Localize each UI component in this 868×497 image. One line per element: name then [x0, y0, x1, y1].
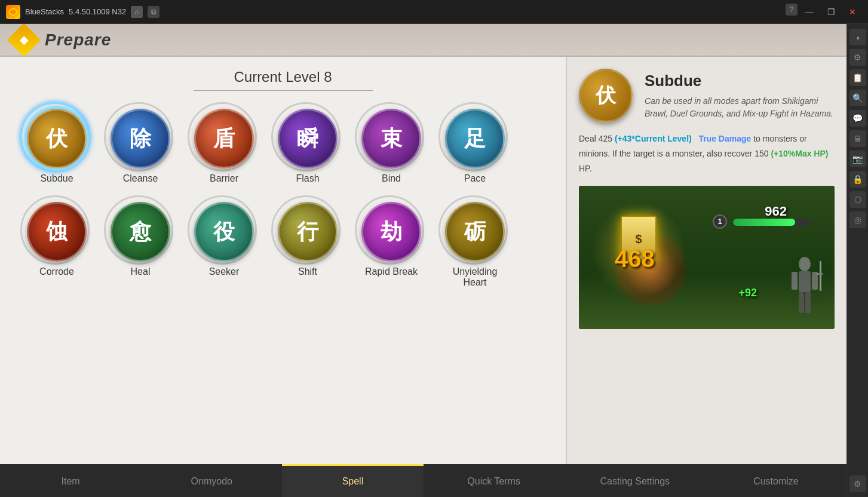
spell-cleanse-char: 除 [130, 124, 151, 154]
bluestacks-logo [6, 5, 20, 19]
svg-rect-4 [792, 272, 798, 290]
spell-flash[interactable]: 瞬 Flash [269, 109, 346, 184]
level-divider [194, 90, 373, 91]
sidebar-icon-4[interactable]: 💬 [849, 110, 866, 127]
nav-onmyodo-label: Onmyodo [191, 476, 232, 487]
minimize-button[interactable]: — [800, 4, 819, 20]
sidebar-icon-2[interactable]: 📋 [849, 69, 866, 86]
sidebar-icon-8[interactable]: ⬡ [849, 191, 866, 208]
svg-rect-3 [799, 271, 811, 292]
nav-quick-terms[interactable]: Quick Terms [424, 464, 565, 497]
nav-item[interactable]: Item [0, 464, 141, 497]
spell-shift[interactable]: 行 Shift [269, 202, 346, 288]
nav-spell[interactable]: Spell [282, 464, 423, 497]
spell-cleanse-name: Cleanse [123, 173, 158, 184]
spell-corrode-char: 蚀 [46, 217, 68, 247]
stat-highlight-2: (+10%Max HP) [771, 149, 828, 158]
spell-shift-circle: 行 [278, 202, 338, 262]
spell-seeker-char: 役 [213, 217, 235, 247]
player-badge-number: 1 [718, 217, 722, 226]
nav-item-label: Item [62, 476, 80, 487]
spell-unyielding-heart-circle: 砺 [445, 202, 505, 262]
detail-spell-name: Subdue [645, 72, 835, 90]
spell-unyielding-heart[interactable]: 砺 Unyielding Heart [436, 202, 514, 288]
stat-text-2: True Damage [698, 134, 751, 143]
spell-pace-circle: 足 [445, 109, 505, 168]
spell-rapid-break-char: 劫 [381, 217, 402, 247]
player-figure [787, 255, 823, 323]
svg-rect-7 [805, 292, 811, 313]
spells-grid-row2: 蚀 Corrode 愈 Heal [18, 202, 548, 288]
battle-hp-bar [733, 219, 811, 226]
close-button[interactable]: ✕ [843, 4, 862, 20]
spell-rapid-break[interactable]: 劫 Rapid Break [352, 202, 430, 288]
spell-pace[interactable]: 足 Pace [436, 109, 514, 184]
spell-barrier-name: Barrier [210, 173, 238, 184]
battle-scene: $ 468 962 1 [579, 186, 835, 329]
nav-customize-label: Customize [753, 476, 799, 487]
spell-flash-char: 瞬 [297, 124, 318, 154]
bottom-nav: Item Onmyodo Spell Quick Terms Casting S… [0, 464, 846, 497]
spell-shift-name: Shift [298, 266, 317, 277]
spell-corrode[interactable]: 蚀 Corrode [18, 202, 96, 288]
spell-corrode-circle: 蚀 [27, 202, 87, 262]
sidebar-icon-5[interactable]: 🖥 [849, 130, 866, 147]
spell-bind-circle: 束 [361, 109, 421, 168]
nav-casting-settings[interactable]: Casting Settings [565, 464, 706, 497]
spell-barrier[interactable]: 盾 Barrier [185, 109, 263, 184]
sidebar-icon-6[interactable]: 📷 [849, 151, 866, 167]
svg-point-2 [799, 257, 811, 271]
sidebar-icon-3[interactable]: 🔍 [849, 90, 866, 106]
stat-text-4: HP. [579, 164, 592, 173]
spell-heal-char: 愈 [130, 217, 151, 247]
right-sidebar: ⬧ ⚙ 📋 🔍 💬 🖥 📷 🔒 ⬡ ◎ ⚙ [846, 24, 868, 497]
question-button[interactable]: ? [786, 4, 798, 16]
sidebar-icon-1[interactable]: ⚙ [849, 49, 866, 66]
home-button[interactable]: ⌂ [131, 6, 143, 18]
spell-flash-name: Flash [296, 173, 319, 184]
restore-button[interactable]: ❐ [821, 4, 841, 20]
game-header: ◆ Prepare [0, 24, 846, 57]
spell-unyielding-heart-char: 砺 [464, 217, 486, 247]
main-area: ◆ Prepare Current Level 8 伏 [0, 24, 868, 497]
spell-subdue[interactable]: 伏 Subdue [18, 109, 96, 184]
detail-description: Can be used in all modes apart from Shik… [645, 95, 835, 120]
spell-pace-name: Pace [464, 173, 486, 184]
spell-subdue-circle: 伏 [27, 109, 87, 168]
sidebar-settings-icon[interactable]: ⚙ [849, 475, 866, 492]
page-title: Prepare [45, 30, 111, 50]
sidebar-icon-9[interactable]: ◎ [849, 211, 866, 228]
spell-heal[interactable]: 愈 Heal [102, 202, 179, 288]
level-title: Current Level 8 [18, 69, 548, 85]
nav-onmyodo[interactable]: Onmyodo [141, 464, 282, 497]
spell-subdue-name: Subdue [40, 173, 73, 184]
spell-cleanse[interactable]: 除 Cleanse [102, 109, 179, 184]
spell-seeker-circle: 役 [194, 202, 254, 262]
spells-panel: Current Level 8 伏 Subdue [0, 57, 566, 464]
nav-customize[interactable]: Customize [706, 464, 846, 497]
spell-cleanse-circle: 除 [111, 109, 170, 168]
spell-bind-name: Bind [382, 173, 401, 184]
battle-recover-number: +92 [738, 287, 757, 299]
svg-rect-6 [799, 292, 804, 313]
battle-hp-number: 962 [765, 204, 787, 219]
detail-panel: 伏 Subdue Can be used in all modes apart … [566, 57, 846, 464]
svg-rect-8 [820, 261, 821, 291]
window-controls: ? — ❐ ✕ [786, 4, 862, 20]
nav-casting-settings-label: Casting Settings [600, 476, 670, 487]
title-bar-left: BlueStacks 5.4.50.1009 N32 ⌂ ⧉ [6, 5, 160, 19]
sidebar-icon-7[interactable]: 🔒 [849, 171, 866, 188]
detail-stats: Deal 425 (+43*Current Level) True Damage… [579, 131, 835, 177]
sidebar-icon-0[interactable]: ⬧ [849, 29, 866, 45]
svg-rect-9 [815, 273, 823, 275]
spell-seeker[interactable]: 役 Seeker [185, 202, 263, 288]
spell-rapid-break-circle: 劫 [361, 202, 421, 262]
detail-spell-icon: 伏 [579, 69, 633, 122]
spell-bind[interactable]: 束 Bind [352, 109, 430, 184]
copy-button[interactable]: ⧉ [148, 6, 160, 18]
spell-barrier-circle: 盾 [194, 109, 254, 168]
title-bar: BlueStacks 5.4.50.1009 N32 ⌂ ⧉ ? — ❐ ✕ [0, 0, 868, 24]
spell-flash-circle: 瞬 [278, 109, 338, 168]
spell-subdue-char: 伏 [46, 124, 68, 154]
detail-spell-char: 伏 [596, 82, 616, 109]
